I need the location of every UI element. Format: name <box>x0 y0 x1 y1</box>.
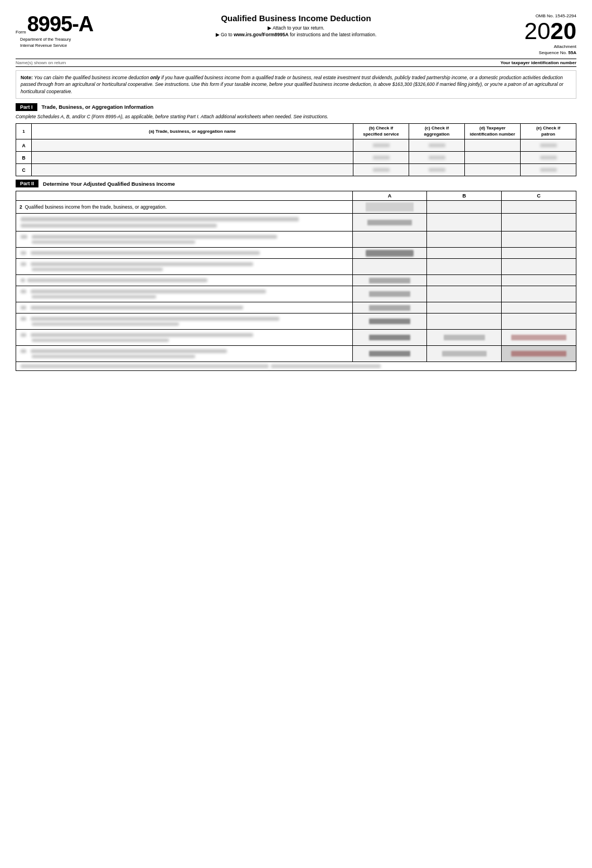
table-row <box>16 346 576 362</box>
row2-col-b[interactable] <box>427 201 502 214</box>
row-blurred-5-b[interactable] <box>427 275 502 286</box>
row-blurred-6-c[interactable] <box>502 286 576 302</box>
page: Form 8995-A Department of the Treasury I… <box>0 0 592 868</box>
row-blurred-9-b[interactable] <box>427 330 502 346</box>
form-title: Qualified Business Income Deduction <box>116 13 476 23</box>
row-blurred-7-label <box>16 302 353 314</box>
row-blurred-4-label <box>16 259 353 275</box>
form-label: Form <box>16 30 26 35</box>
row-a-e[interactable] <box>521 139 576 152</box>
col-a-header-p2: A <box>352 191 427 201</box>
row-blurred-2-b[interactable] <box>427 232 502 248</box>
row-blurred-3-label <box>16 248 353 259</box>
row-c-b[interactable] <box>353 164 409 176</box>
row2-col-a[interactable] <box>352 201 427 214</box>
row-blurred-3-c[interactable] <box>502 248 576 259</box>
row-blurred-8-a[interactable] <box>352 314 427 330</box>
dept-line2: Internal Revenue Service <box>20 43 105 49</box>
form-number: 8995-A <box>27 13 94 35</box>
table-row <box>16 302 576 314</box>
part1-title: Trade, Business, or Aggregation Informat… <box>42 104 154 110</box>
row-b-c[interactable] <box>409 152 465 164</box>
name-line: Name(s) shown on return Your taxpayer id… <box>16 59 576 67</box>
dept-line1: Department of the Treasury <box>20 37 105 43</box>
row-blurred-9-c[interactable] <box>502 330 576 346</box>
row-b-d[interactable] <box>465 152 521 164</box>
note-label: Note: <box>21 75 33 80</box>
row-c-id: C <box>16 164 32 176</box>
row-blurred-4-a[interactable] <box>352 259 427 275</box>
row-a-id: A <box>16 139 32 152</box>
row-c-e[interactable] <box>521 164 576 176</box>
attach-line2: ▶ Go to www.irs.gov/Form8995A for instru… <box>116 32 476 37</box>
row-blurred-3-a[interactable] <box>352 248 427 259</box>
row-blurred-1-a[interactable] <box>352 214 427 232</box>
row-blurred-10-c[interactable] <box>502 346 576 362</box>
note-text: You can claim the qualified business inc… <box>21 75 564 94</box>
row-b-b[interactable] <box>353 152 409 164</box>
table-row: C <box>16 164 576 176</box>
row-blurred-7-c[interactable] <box>502 302 576 314</box>
part1-instruction: Complete Schedules A, B, and/or C (Form … <box>16 113 576 120</box>
table-row <box>16 232 576 248</box>
row2-col-c[interactable] <box>502 201 576 214</box>
row-blurred-1-c[interactable] <box>502 214 576 232</box>
row-blurred-8-c[interactable] <box>502 314 576 330</box>
row-blurred-9-label <box>16 330 353 346</box>
row-a-c[interactable] <box>409 139 465 152</box>
col-a-header: (a) Trade, business, or aggregation name <box>32 124 353 139</box>
table-row <box>16 286 576 302</box>
attachment-label: Attachment <box>487 44 576 49</box>
row-blurred-2-a[interactable] <box>352 232 427 248</box>
row-blurred-5-a[interactable] <box>352 275 427 286</box>
note-block: Note: You can claim the qualified busine… <box>16 70 576 99</box>
attach-link: www.irs.gov/Form8995A <box>234 32 288 37</box>
row-blurred-7-a[interactable] <box>352 302 427 314</box>
col-1-header: 1 <box>16 124 32 139</box>
row-c-d[interactable] <box>465 164 521 176</box>
part2-table: A B C 2 Qualified business income from t… <box>16 191 576 362</box>
row-blurred-1-b[interactable] <box>427 214 502 232</box>
table-row <box>16 214 576 232</box>
center-block: Qualified Business Income Deduction ▶ At… <box>105 13 487 38</box>
row-c-c[interactable] <box>409 164 465 176</box>
table-row <box>16 275 576 286</box>
row-c-name[interactable] <box>32 164 353 176</box>
row-blurred-9-a[interactable] <box>352 330 427 346</box>
part2-badge: Part II <box>16 180 38 187</box>
row-blurred-6-a[interactable] <box>352 286 427 302</box>
attach-line1: ▶ Attach to your tax return. <box>116 25 476 31</box>
taxpayer-id-label: Your taxpayer identification number <box>501 60 576 65</box>
row-b-e[interactable] <box>521 152 576 164</box>
table-row <box>16 248 576 259</box>
table-row <box>16 330 576 346</box>
col-c-header-p2: C <box>502 191 576 201</box>
row-a-d[interactable] <box>465 139 521 152</box>
name-line-label: Name(s) shown on return <box>16 60 66 65</box>
row-blurred-6-label <box>16 286 353 302</box>
row-blurred-10-b[interactable] <box>427 346 502 362</box>
row-blurred-3-b[interactable] <box>427 248 502 259</box>
bottom-bar <box>16 362 576 371</box>
col-b-header-p2: B <box>427 191 502 201</box>
row-blurred-4-c[interactable] <box>502 259 576 275</box>
row-blurred-2-c[interactable] <box>502 232 576 248</box>
omb-block: OMB No. 1545-2294 2020 Attachment Sequen… <box>487 13 576 55</box>
part2-header: Part II Determine Your Adjusted Qualifie… <box>16 180 576 187</box>
row-blurred-4-b[interactable] <box>427 259 502 275</box>
table-row <box>16 259 576 275</box>
col-e-header: (e) Check if patron <box>521 124 576 139</box>
table-row: B <box>16 152 576 164</box>
row-blurred-8-b[interactable] <box>427 314 502 330</box>
row-blurred-2-label <box>16 232 353 248</box>
row-b-id: B <box>16 152 32 164</box>
row-a-b[interactable] <box>353 139 409 152</box>
row-blurred-6-b[interactable] <box>427 286 502 302</box>
header: Form 8995-A Department of the Treasury I… <box>16 13 576 55</box>
row-blurred-10-a[interactable] <box>352 346 427 362</box>
row-blurred-7-b[interactable] <box>427 302 502 314</box>
row-b-name[interactable] <box>32 152 353 164</box>
row-a-name[interactable] <box>32 139 353 152</box>
row-blurred-5-c[interactable] <box>502 275 576 286</box>
table-row: A <box>16 139 576 152</box>
